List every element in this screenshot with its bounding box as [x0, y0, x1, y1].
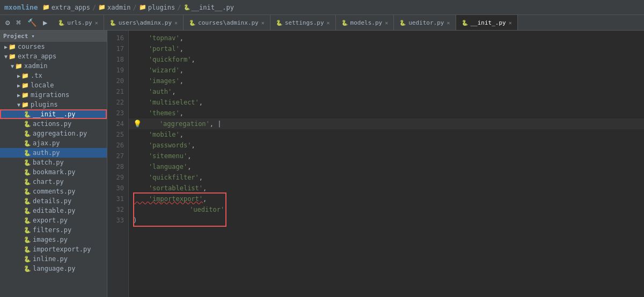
- folder-icon-migrations: 📁: [21, 92, 29, 99]
- tab-py-icon-5: 🐍: [341, 20, 348, 26]
- py-icon: 🐍: [184, 4, 190, 10]
- code-editor[interactable]: 'topnav', 'portal', 'quickform', 'wizard…: [129, 31, 644, 297]
- tab-settings-py[interactable]: 🐍 settings.py ✕: [270, 15, 336, 30]
- tab-py-icon-4: 🐍: [276, 20, 282, 26]
- py-file-icon-editable: 🐍: [24, 207, 31, 214]
- tab-py-icon-3: 🐍: [189, 20, 195, 26]
- sidebar-item-ajax-py[interactable]: 🐍 ajax.py: [0, 138, 107, 148]
- tab-close-4[interactable]: ✕: [327, 20, 330, 26]
- sidebar-header: Project ▾: [0, 31, 107, 42]
- code-line-29: 'quickfilter',: [129, 172, 644, 183]
- folder-icon-tx: 📁: [21, 72, 29, 79]
- tab-close-5[interactable]: ✕: [385, 20, 388, 26]
- code-line-16: 'topnav',: [129, 33, 644, 43]
- code-line-26: 'passwords',: [129, 140, 644, 151]
- arrow-icon-migrations: ▶: [17, 92, 20, 98]
- tab-close-6[interactable]: ✕: [447, 20, 450, 26]
- folder-icon-courses: 📁: [9, 43, 16, 50]
- tab-ueditor-py[interactable]: 🐍 ueditor.py ✕: [394, 15, 456, 30]
- code-line-23: 'themes',: [129, 108, 644, 118]
- tab-close-1[interactable]: ✕: [95, 20, 98, 26]
- sidebar-item-comments-py[interactable]: 🐍 comments.py: [0, 187, 107, 196]
- sidebar-item-importexport-py[interactable]: 🐍 importexport.py: [0, 244, 107, 254]
- sidebar-item-editable-py[interactable]: 🐍 editable.py: [0, 206, 107, 216]
- settings-icon[interactable]: ⚙: [3, 17, 12, 28]
- code-line-21: 'auth',: [129, 86, 644, 97]
- sidebar-item-plugins[interactable]: ▼ 📁 plugins: [0, 100, 107, 109]
- sidebar-item-chart-py[interactable]: 🐍 chart.py: [0, 177, 107, 187]
- tab-courses-adminx[interactable]: 🐍 courses\adminx.py ✕: [184, 15, 270, 30]
- sidebar-item-aggregation-py[interactable]: 🐍 aggregation.py: [0, 129, 107, 138]
- code-line-20: 'images',: [129, 76, 644, 86]
- tab-close-2[interactable]: ✕: [174, 20, 178, 26]
- folder-icon: 📁: [42, 4, 50, 11]
- py-file-icon-batch: 🐍: [24, 159, 31, 166]
- sidebar-item-inline-py[interactable]: 🐍 inline.py: [0, 254, 107, 264]
- main-layout: Project ▾ ▶ 📁 courses ▼ 📁 extra_apps ▼ 📁…: [0, 31, 644, 297]
- cursor: |: [214, 118, 221, 129]
- tab-bar: 🐍 urls.py ✕ 🐍 users\adminx.py ✕ 🐍 course…: [53, 15, 644, 30]
- sidebar-item-batch-py[interactable]: 🐍 batch.py: [0, 158, 107, 167]
- code-line-33: ): [129, 215, 644, 226]
- sidebar-item-locale[interactable]: ▶ 📁 locale: [0, 80, 107, 90]
- py-file-icon-details: 🐍: [24, 198, 31, 205]
- sidebar-item-actions-py[interactable]: 🐍 actions.py: [0, 119, 107, 129]
- code-line-28: 'language',: [129, 161, 644, 172]
- sidebar-item-xadmin[interactable]: ▼ 📁 xadmin: [0, 61, 107, 71]
- folder-icon-3: 📁: [139, 4, 147, 11]
- sidebar-item-bookmark-py[interactable]: 🐍 bookmark.py: [0, 167, 107, 177]
- folder-icon-2: 📁: [98, 4, 106, 11]
- sidebar-item-images-py[interactable]: 🐍 images.py: [0, 235, 107, 244]
- tab-init-py[interactable]: 🐍 __init_.py ✕: [456, 15, 518, 30]
- breadcrumb: 📁 extra_apps / 📁 xadmin / 📁 plugins / 🐍 …: [42, 4, 234, 11]
- sidebar-item-extra-apps[interactable]: ▼ 📁 extra_apps: [0, 51, 107, 61]
- arrow-icon-xadmin: ▼: [11, 63, 14, 69]
- tab-urls-py[interactable]: 🐍 urls.py ✕: [53, 15, 104, 30]
- build-icon[interactable]: 🔨: [25, 17, 39, 28]
- py-file-icon-auth: 🐍: [24, 150, 31, 157]
- code-line-22: 'multiselect',: [129, 97, 644, 108]
- code-line-18: 'quickform',: [129, 54, 644, 65]
- sidebar-item-migrations[interactable]: ▶ 📁 migrations: [0, 90, 107, 100]
- breadcrumb-init-py: 🐍 __init__.py: [184, 4, 234, 11]
- py-file-icon-actions: 🐍: [24, 121, 31, 128]
- editor-area: 16 17 18 19 20 21 22 23 24 25 26 27 28 2…: [107, 31, 644, 297]
- code-line-25: 'mobile',: [129, 129, 644, 140]
- line-numbers: 16 17 18 19 20 21 22 23 24 25 26 27 28 2…: [107, 31, 129, 297]
- py-file-icon-filters: 🐍: [24, 227, 31, 234]
- app-logo: mxonline: [4, 3, 38, 11]
- py-file-icon-comments: 🐍: [24, 188, 31, 195]
- structure-icon[interactable]: ⌘: [14, 17, 23, 28]
- tab-models-py[interactable]: 🐍 models.py ✕: [336, 15, 394, 30]
- code-line-17: 'portal',: [129, 43, 644, 54]
- py-file-icon-images: 🐍: [24, 236, 31, 243]
- py-file-icon-importexport: 🐍: [24, 246, 31, 253]
- sidebar-item-details-py[interactable]: 🐍 details.py: [0, 196, 107, 206]
- breadcrumb-xadmin: 📁 xadmin: [98, 4, 130, 11]
- run-icon[interactable]: ▶: [41, 17, 49, 28]
- dropdown-icon[interactable]: ▾: [31, 33, 35, 40]
- arrow-icon-extra: ▼: [4, 54, 8, 60]
- sidebar-item-init-py[interactable]: 🐍 __init__.py: [0, 109, 107, 119]
- bulb-icon: 💡: [133, 118, 142, 129]
- tab-py-icon-1: 🐍: [58, 20, 64, 26]
- sidebar-item-language-py[interactable]: 🐍 language.py: [0, 264, 107, 273]
- tab-close-3[interactable]: ✕: [261, 20, 265, 26]
- sidebar-item-auth-py[interactable]: 🐍 auth.py: [0, 148, 107, 158]
- code-line-30: 'sortablelist',: [129, 183, 644, 194]
- tab-py-icon-2: 🐍: [109, 20, 116, 26]
- sidebar-item-courses[interactable]: ▶ 📁 courses: [0, 42, 107, 51]
- tab-close-7[interactable]: ✕: [509, 20, 512, 26]
- arrow-icon: ▶: [4, 44, 8, 50]
- sidebar-item-filters-py[interactable]: 🐍 filters.py: [0, 225, 107, 235]
- breadcrumb-plugins: 📁 plugins: [139, 4, 175, 11]
- sidebar-item-tx[interactable]: ▶ 📁 .tx: [0, 71, 107, 80]
- py-file-icon-ajax: 🐍: [24, 140, 31, 147]
- folder-icon-extra: 📁: [9, 53, 16, 60]
- arrow-icon-plugins: ▼: [17, 102, 20, 108]
- toolbar: ⚙ ⌘ 🔨 ▶: [0, 15, 53, 30]
- tab-users-adminx[interactable]: 🐍 users\adminx.py ✕: [104, 15, 184, 30]
- py-file-icon-init: 🐍: [24, 111, 31, 118]
- code-line-24: 💡 'aggregation', |: [129, 118, 644, 129]
- sidebar-item-export-py[interactable]: 🐍 export.py: [0, 216, 107, 225]
